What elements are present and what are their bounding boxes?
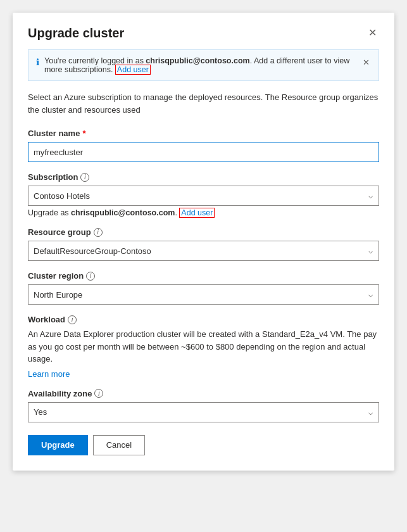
workload-field: Workload i An Azure Data Explorer produc… [28,315,379,379]
banner-add-user-link[interactable]: Add user [115,65,151,75]
upgrade-button[interactable]: Upgrade [28,435,88,455]
required-indicator: * [82,129,85,138]
subscription-note: Upgrade as chrisqpublic@contoso.com. Add… [28,208,379,217]
subscription-select[interactable]: Contoso Hotels [28,186,379,206]
dialog-title: Upgrade cluster [28,26,124,41]
subscription-add-user-link[interactable]: Add user [179,208,215,218]
cluster-region-select-wrapper: North Europe ⌵ [28,284,379,305]
cluster-name-label: Cluster name * [28,129,379,138]
learn-more-link[interactable]: Learn more [28,369,70,379]
resource-group-select[interactable]: DefaultResourceGroup-Contoso [28,241,379,261]
info-banner: ℹ You're currently logged in as chrisqpu… [28,49,379,81]
availability-zone-label: Availability zone i [28,389,379,398]
form-description: Select an Azure subscription to manage t… [28,91,379,116]
cluster-region-field: Cluster region i North Europe ⌵ [28,271,379,305]
info-icon: ℹ [36,57,39,67]
cluster-region-select[interactable]: North Europe [28,284,379,305]
close-dialog-button[interactable]: ✕ [366,25,379,41]
banner-text: You're currently logged in as chrisqpubl… [44,56,356,74]
resource-group-info-icon: i [94,228,103,237]
resource-group-field: Resource group i DefaultResourceGroup-Co… [28,227,379,261]
upgrade-cluster-dialog: Upgrade cluster ✕ ℹ You're currently log… [13,13,394,471]
cancel-button[interactable]: Cancel [93,435,145,455]
resource-group-label: Resource group i [28,227,379,237]
cluster-region-label: Cluster region i [28,271,379,281]
workload-description: An Azure Data Explorer production cluste… [28,328,379,365]
subscription-info-icon: i [80,173,89,182]
banner-close-button[interactable]: ✕ [361,56,371,68]
cluster-region-info-icon: i [86,272,95,281]
availability-zone-field: Availability zone i Yes ⌵ [28,389,379,422]
workload-label: Workload i [28,315,379,324]
workload-info-icon: i [68,315,77,324]
subscription-field: Subscription i Contoso Hotels ⌵ Upgrade … [28,172,379,217]
availability-zone-select-wrapper: Yes ⌵ [28,402,379,422]
cluster-name-input[interactable] [28,142,379,162]
footer-buttons: Upgrade Cancel [28,435,379,455]
availability-zone-select[interactable]: Yes [28,402,379,422]
availability-zone-info-icon: i [94,389,103,398]
cluster-name-field: Cluster name * [28,129,379,162]
dialog-header: Upgrade cluster ✕ [28,25,379,41]
subscription-label: Subscription i [28,172,379,182]
resource-group-select-wrapper: DefaultResourceGroup-Contoso ⌵ [28,241,379,261]
subscription-select-wrapper: Contoso Hotels ⌵ [28,186,379,206]
